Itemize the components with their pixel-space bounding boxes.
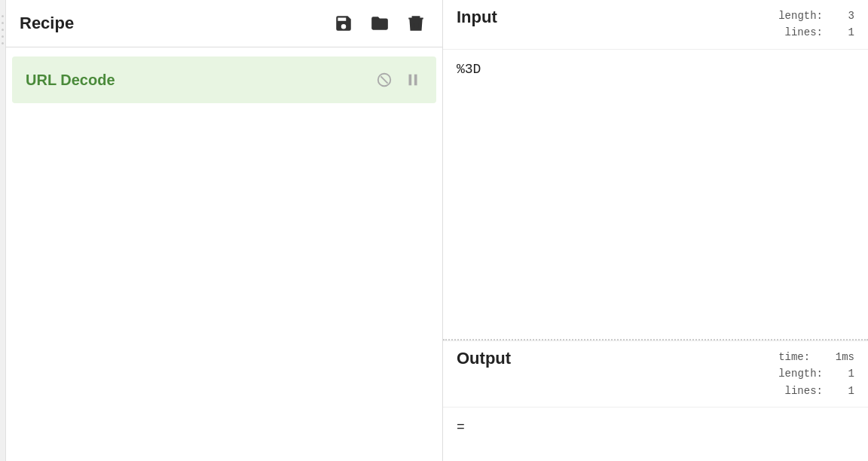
recipe-panel: Recipe URL <box>6 0 443 461</box>
left-edge <box>0 0 6 461</box>
input-lines-value: 1 <box>848 26 854 38</box>
disable-button[interactable] <box>374 70 394 90</box>
input-lines-label: lines: <box>785 26 823 38</box>
right-panel: Input length: 3 lines: 1 %3D Output <box>443 0 868 461</box>
trash-icon <box>406 14 426 33</box>
output-value: = <box>457 420 465 435</box>
input-value: %3D <box>457 62 481 77</box>
header-icons <box>331 11 429 36</box>
output-length-value: 1 <box>848 368 854 380</box>
input-meta: length: 3 lines: 1 <box>778 8 854 41</box>
pause-button[interactable] <box>403 70 423 90</box>
output-meta: time: 1ms length: 1 lines: 1 <box>778 349 854 399</box>
pause-icon <box>405 72 421 88</box>
svg-line-1 <box>381 76 387 83</box>
input-header: Input length: 3 lines: 1 <box>443 0 868 50</box>
delete-button[interactable] <box>403 11 429 36</box>
output-title: Output <box>457 349 778 368</box>
output-header: Output time: 1ms length: 1 lines: 1 <box>443 340 868 408</box>
input-length-label: length: <box>778 10 823 22</box>
output-section: Output time: 1ms length: 1 lines: 1 <box>443 340 868 461</box>
folder-icon <box>370 14 390 33</box>
output-lines-value: 1 <box>848 385 854 397</box>
recipe-list: URL Decode <box>6 47 442 461</box>
output-time-value: 1ms <box>836 351 854 363</box>
input-title: Input <box>457 8 778 27</box>
input-length-value: 3 <box>848 10 854 22</box>
open-folder-button[interactable] <box>367 11 393 36</box>
output-time-row: time: 1ms <box>778 349 854 365</box>
input-length-row: length: 3 <box>778 8 854 24</box>
save-icon <box>334 14 353 33</box>
svg-rect-2 <box>409 75 412 86</box>
recipe-title: Recipe <box>20 14 322 33</box>
input-content[interactable]: %3D <box>443 50 868 339</box>
input-lines-row: lines: 1 <box>778 24 854 41</box>
recipe-item-actions <box>374 70 423 90</box>
output-lines-label: lines: <box>785 385 823 397</box>
svg-rect-3 <box>414 75 417 86</box>
save-button[interactable] <box>331 11 356 36</box>
recipe-item-label: URL Decode <box>26 72 374 89</box>
output-content: = <box>443 408 868 447</box>
output-length-row: length: 1 <box>778 365 854 382</box>
recipe-item-url-decode[interactable]: URL Decode <box>12 56 436 103</box>
input-section: Input length: 3 lines: 1 %3D <box>443 0 868 340</box>
recipe-header: Recipe <box>6 0 442 47</box>
output-lines-row: lines: 1 <box>778 383 854 399</box>
output-time-label: time: <box>778 351 810 363</box>
output-length-label: length: <box>778 368 823 380</box>
disable-icon <box>376 72 393 88</box>
